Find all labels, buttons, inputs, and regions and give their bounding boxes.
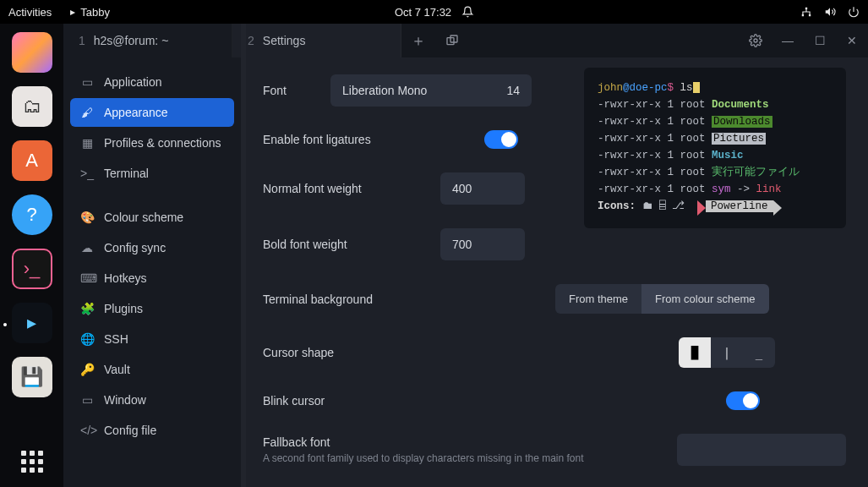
window2-icon: ▭ [80,393,94,407]
sidebar-item-terminal[interactable]: >_Terminal [70,159,234,188]
bold-weight-label: Bold font weight [263,238,440,251]
activities-button[interactable]: Activities [8,6,52,19]
font-label: Font [263,84,330,97]
normal-weight-label: Normal font weight [263,182,440,195]
cursor-icon [693,82,700,93]
dock-icon-files[interactable]: 🗂 [12,86,52,127]
sidebar-item-hotkeys[interactable]: ⌨Hotkeys [70,264,234,293]
grid-icon: ▦ [80,136,94,150]
cursor-label: Cursor shape [263,346,679,359]
dock-apps-grid[interactable] [17,446,47,477]
new-tab-button[interactable]: ＋ [401,24,435,57]
cursor-shape-segmented: █ | _ [679,337,775,368]
tab-bar: 1 h2s@forum: ~ 2 Settings ＋ — ☐ ✕ [63,24,868,57]
dock-icon-help[interactable]: ? [12,194,52,235]
normal-weight-input[interactable]: 400 [440,172,525,205]
ubuntu-dock: 🗂 A ? ›_ ▸ 💾 [0,24,63,487]
keyboard-icon: ⌨ [80,271,94,285]
clock[interactable]: Oct 7 17:32 [395,6,451,19]
tabby-tri-icon: ▸ [70,6,75,18]
powerline-badge: Powerline [706,200,773,212]
dock-icon-disk[interactable]: 💾 [12,357,52,397]
tab-settings[interactable]: 2 Settings [232,24,401,57]
sidebar-item-configsync[interactable]: ☁Config sync [70,233,234,262]
settings-sidebar: ▭Application 🖌Appearance ▦Profiles & con… [63,57,241,487]
termbg-opt-scheme[interactable]: From colour scheme [641,284,768,314]
palette-icon: 🎨 [80,211,94,224]
dock-icon-terminal[interactable]: ›_ [12,249,52,289]
cursor-beam[interactable]: | [711,337,743,368]
svg-point-5 [754,39,757,42]
bold-weight-input[interactable]: 700 [440,228,525,260]
puzzle-icon: 🧩 [80,302,94,315]
minimize-button[interactable]: — [772,24,804,57]
split-button[interactable] [435,24,469,57]
globe-icon: 🌐 [80,332,94,346]
volume-icon[interactable] [824,6,836,18]
blink-label: Blink cursor [263,394,726,408]
power-icon[interactable] [848,6,860,18]
network-icon[interactable] [800,6,812,18]
svg-rect-2 [809,14,811,16]
sidebar-item-profiles[interactable]: ▦Profiles & connections [70,129,234,157]
sidebar-item-plugins[interactable]: 🧩Plugins [70,294,234,323]
cursor-underline[interactable]: _ [743,337,775,368]
svg-rect-0 [805,8,807,9]
fallback-label: Fallback font [263,435,601,449]
sidebar-item-configfile[interactable]: </>Config file [70,416,234,445]
fallback-input[interactable] [677,434,846,466]
sidebar-item-colour[interactable]: 🎨Colour scheme [70,203,234,232]
sidebar-item-application[interactable]: ▭Application [70,68,234,96]
terminal-preview: john@doe-pc$ ls -rwxr-xr-x 1 root Docume… [584,68,846,228]
fallback-sub: A second font family used to display cha… [263,452,601,464]
bell-icon[interactable] [461,6,473,18]
close-button[interactable]: ✕ [836,24,868,57]
active-app[interactable]: ▸ Tabby [70,6,110,19]
dock-icon-tabby[interactable]: ▸ [12,303,52,343]
brush-icon: 🖌 [80,106,94,119]
code-icon: </> [80,424,94,437]
font-selector[interactable]: Liberation Mono 14 [330,74,532,107]
cursor-block[interactable]: █ [679,337,711,368]
sidebar-item-window[interactable]: ▭Window [70,386,234,414]
tabby-window: 1 h2s@forum: ~ 2 Settings ＋ — ☐ ✕ ▭Appli… [63,24,868,487]
ligatures-label: Enable font ligatures [263,133,484,146]
cloud-icon: ☁ [80,241,94,254]
window-icon: ▭ [80,75,94,89]
sidebar-item-ssh[interactable]: 🌐SSH [70,325,234,353]
sidebar-item-appearance[interactable]: 🖌Appearance [70,98,234,127]
svg-rect-1 [802,14,804,16]
terminal-icon: >_ [80,167,94,180]
termbg-segmented: From theme From colour scheme [555,284,769,314]
sidebar-item-vault[interactable]: 🔑Vault [70,355,234,384]
dock-icon-software[interactable]: A [12,140,52,181]
ligatures-toggle[interactable] [484,130,518,149]
settings-gear-button[interactable] [740,24,772,57]
tab-terminal[interactable]: 1 h2s@forum: ~ [63,24,232,57]
settings-panel: Font Liberation Mono 14 Enable font liga… [241,57,868,487]
key-icon: 🔑 [80,363,94,376]
dock-icon-gradient[interactable] [12,32,52,73]
gnome-topbar: Activities ▸ Tabby Oct 7 17:32 [0,0,868,24]
termbg-label: Terminal background [263,293,555,306]
termbg-opt-theme[interactable]: From theme [555,284,641,314]
blink-toggle[interactable] [726,391,760,410]
maximize-button[interactable]: ☐ [804,24,836,57]
